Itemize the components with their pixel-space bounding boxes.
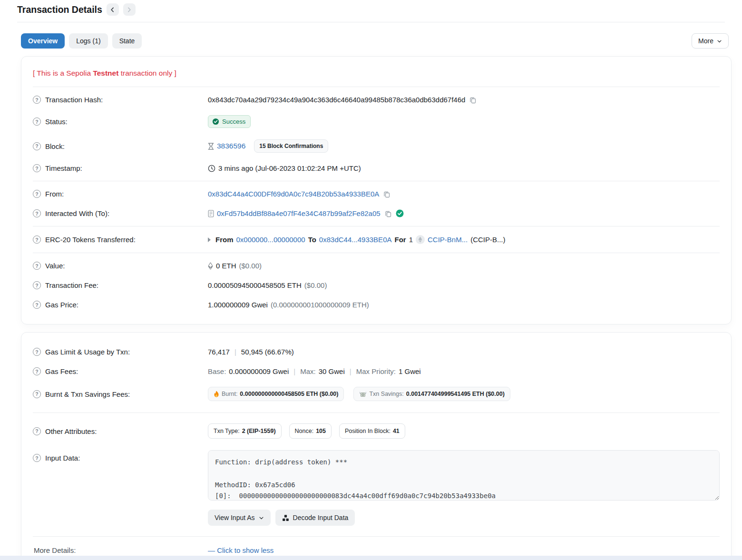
next-txn-button[interactable] bbox=[123, 3, 136, 16]
page-title: Transaction Details bbox=[17, 4, 102, 15]
input-data-textarea[interactable]: Function: drip(address token) *** Method… bbox=[208, 450, 720, 501]
transaction-fee-amount: 0.000050945000458505 ETH bbox=[208, 281, 302, 289]
decode-input-data-button[interactable]: Decode Input Data bbox=[275, 510, 355, 526]
status-badge-text: Success bbox=[222, 118, 245, 125]
row-gas-fees: Gas Fees: Base: 0.000000009 Gwei | Max: … bbox=[33, 362, 720, 381]
row-from: From: 0x83dC44a4C00DFf69d0A0c7c94B20b53a… bbox=[33, 184, 720, 204]
value-usd: ($0.00) bbox=[239, 262, 262, 270]
erc20-token-name-link[interactable]: CCIP-BnM... bbox=[428, 236, 468, 244]
nonce-value: 105 bbox=[316, 428, 326, 434]
help-icon[interactable] bbox=[33, 427, 41, 435]
transaction-hash-label: Transaction Hash: bbox=[45, 96, 103, 104]
row-timestamp: Timestamp: 3 mins ago (Jul-06-2023 01:02… bbox=[33, 158, 720, 178]
transaction-hash-value: 0x843dc70a4a29d79234c49a904c363d6c46640a… bbox=[208, 96, 465, 104]
flame-icon bbox=[214, 391, 219, 397]
max-priority-fee-value: 1 Gwei bbox=[399, 367, 421, 375]
row-erc20-transfers: ERC-20 Tokens Transferred: From 0x000000… bbox=[33, 229, 720, 250]
status-badge: Success bbox=[208, 115, 251, 128]
eth-diamond-icon bbox=[208, 262, 213, 270]
to-address-link[interactable]: 0xFd57b4ddBf88a4e07fF4e34C487b99af2Fe82a… bbox=[217, 209, 381, 217]
help-icon[interactable] bbox=[33, 190, 41, 198]
row-other-attributes: Other Attributes: Txn Type: 2 (EIP-1559)… bbox=[33, 418, 720, 444]
decode-input-data-label: Decode Input Data bbox=[293, 514, 349, 521]
help-icon[interactable] bbox=[33, 142, 41, 150]
position-key: Position In Block: bbox=[345, 428, 391, 434]
more-details-label: More Details: bbox=[34, 546, 76, 554]
erc20-to-address-link[interactable]: 0x83dC44...4933BE0A bbox=[319, 236, 392, 244]
from-address-link[interactable]: 0x83dC44a4C00DFf69d0A0c7c94B20b53a4933BE… bbox=[208, 190, 379, 198]
other-attributes-label: Other Attributes: bbox=[45, 427, 97, 435]
help-icon[interactable] bbox=[33, 262, 41, 270]
txn-savings-badge: Txn Savings: 0.001477404999541495 ETH ($… bbox=[353, 387, 510, 401]
help-icon[interactable] bbox=[33, 348, 41, 356]
chevron-right-icon bbox=[126, 7, 132, 13]
transaction-fee-usd: ($0.00) bbox=[304, 281, 327, 289]
help-icon[interactable] bbox=[33, 209, 41, 217]
burnt-savings-label: Burnt & Txn Savings Fees: bbox=[45, 390, 130, 398]
view-input-as-button[interactable]: View Input As bbox=[208, 510, 271, 526]
gas-price-amount: 1.000000009 Gwei bbox=[208, 301, 268, 309]
input-data-label: Input Data: bbox=[45, 454, 80, 462]
value-amount: 0 ETH bbox=[216, 262, 236, 270]
overview-card: [ This is a Sepolia Testnet transaction … bbox=[21, 56, 732, 324]
erc20-for-word: For bbox=[394, 236, 406, 244]
interacted-with-label: Interacted With (To): bbox=[45, 209, 109, 217]
erc20-to-word: To bbox=[308, 236, 316, 244]
help-icon[interactable] bbox=[33, 454, 41, 462]
erc20-from-word: From bbox=[215, 236, 234, 244]
txn-type-badge: Txn Type: 2 (EIP-1559) bbox=[208, 423, 282, 439]
copy-from-address-button[interactable] bbox=[382, 190, 391, 198]
status-label: Status: bbox=[45, 118, 68, 126]
copy-to-address-button[interactable] bbox=[383, 210, 393, 217]
max-priority-fee-label: Max Priority: bbox=[356, 367, 396, 375]
clock-icon bbox=[208, 165, 215, 172]
pipe-separator: | bbox=[348, 367, 353, 375]
more-dropdown-label: More bbox=[698, 37, 713, 45]
block-number-link[interactable]: 3836596 bbox=[217, 142, 245, 150]
txn-type-key: Txn Type: bbox=[214, 428, 240, 434]
tab-state[interactable]: State bbox=[112, 33, 142, 49]
show-less-toggle-link[interactable]: — Click to show less bbox=[208, 546, 273, 554]
help-icon[interactable] bbox=[33, 390, 41, 398]
transaction-fee-label: Transaction Fee: bbox=[45, 281, 98, 289]
block-label: Block: bbox=[45, 142, 65, 150]
pipe-separator: | bbox=[292, 367, 297, 375]
token-logo-icon bbox=[416, 235, 425, 244]
check-circle-icon bbox=[212, 118, 219, 125]
burnt-key: Burnt: bbox=[222, 391, 237, 397]
more-dropdown-button[interactable]: More bbox=[692, 33, 729, 49]
help-icon[interactable] bbox=[33, 164, 41, 172]
view-input-as-label: View Input As bbox=[215, 514, 255, 521]
testnet-warning-suffix: transaction only ] bbox=[118, 69, 176, 77]
help-icon[interactable] bbox=[33, 301, 41, 309]
details-card: Gas Limit & Usage by Txn: 76,417 | 50,94… bbox=[21, 332, 732, 560]
copy-icon bbox=[469, 96, 477, 104]
help-icon[interactable] bbox=[33, 367, 41, 375]
row-burnt-savings: Burnt & Txn Savings Fees: Burnt: 0.00000… bbox=[33, 381, 720, 410]
page-header: Transaction Details bbox=[0, 0, 742, 16]
caret-right-icon bbox=[208, 237, 211, 242]
tab-overview[interactable]: Overview bbox=[21, 33, 65, 49]
help-icon[interactable] bbox=[33, 96, 41, 104]
row-block: Block: 3836596 15 Block Confirmations bbox=[33, 134, 720, 158]
copy-txn-hash-button[interactable] bbox=[468, 96, 478, 104]
money-wings-icon bbox=[359, 391, 367, 397]
row-input-data: Input Data: Function: drip(address token… bbox=[33, 444, 720, 504]
help-icon[interactable] bbox=[33, 281, 41, 289]
pipe-separator: | bbox=[233, 348, 238, 356]
position-value: 41 bbox=[393, 428, 400, 434]
txn-type-value: 2 (EIP-1559) bbox=[242, 428, 276, 434]
contract-icon bbox=[208, 210, 214, 217]
help-icon[interactable] bbox=[33, 236, 41, 244]
timestamp-value: 3 mins ago (Jul-06-2023 01:02:24 PM +UTC… bbox=[218, 164, 361, 172]
base-fee-value: 0.000000009 Gwei bbox=[229, 367, 289, 375]
gas-limit-value: 76,417 bbox=[208, 348, 230, 356]
base-fee-label: Base: bbox=[208, 367, 226, 375]
tab-bar: Overview Logs (1) State More bbox=[21, 33, 729, 49]
timestamp-label: Timestamp: bbox=[45, 164, 82, 172]
help-icon[interactable] bbox=[33, 118, 41, 126]
erc20-from-address-link[interactable]: 0x000000...00000000 bbox=[236, 236, 305, 244]
footer-background-strip bbox=[0, 556, 742, 560]
previous-txn-button[interactable] bbox=[107, 3, 119, 16]
tab-logs[interactable]: Logs (1) bbox=[69, 33, 107, 49]
